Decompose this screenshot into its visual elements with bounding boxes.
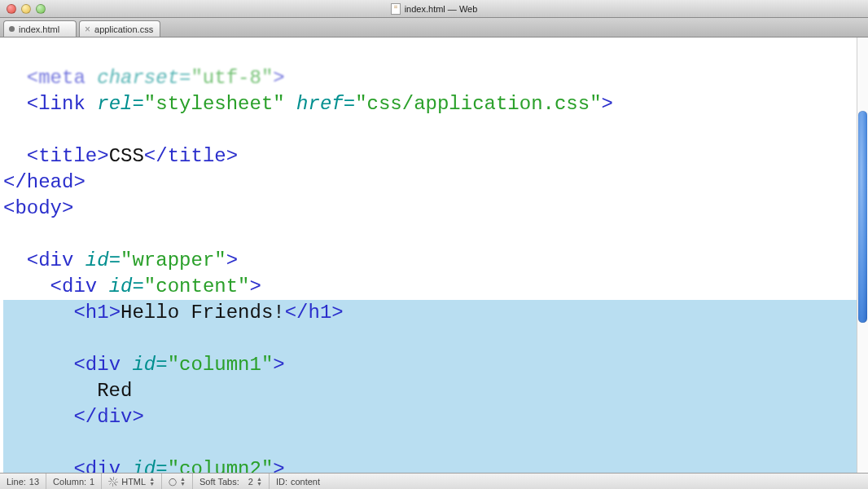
zoom-window-button[interactable]: [36, 4, 46, 14]
close-tab-icon[interactable]: ×: [85, 24, 90, 34]
window-controls: [7, 4, 46, 14]
close-window-button[interactable]: [7, 4, 16, 14]
syntax-label: HTML: [121, 477, 146, 487]
status-bar: Line: 13 Column: 1 HTML ▲▼ ◯ ▲▼ Soft Tab…: [0, 473, 868, 489]
id-label: ID:: [276, 477, 287, 487]
tab-label: application.css: [94, 24, 153, 34]
status-cursor-column: Column: 1: [46, 474, 102, 489]
minimize-window-button[interactable]: [21, 4, 31, 14]
window-titlebar: index.html — Web: [0, 0, 868, 18]
tab-bar: index.html × application.css: [0, 18, 868, 37]
status-record-macro[interactable]: ◯ ▲▼: [162, 474, 193, 489]
gear-icon: [108, 477, 118, 487]
status-syntax-select[interactable]: HTML ▲▼: [102, 474, 162, 489]
line-label: Line:: [7, 477, 26, 487]
modified-dot-icon: [9, 26, 15, 32]
code-editor[interactable]: <meta charset="utf-8"> <link rel="styles…: [0, 37, 857, 473]
window-title-text: index.html — Web: [405, 4, 478, 14]
line-value: 13: [29, 477, 39, 487]
tab-application-css[interactable]: × application.css: [79, 20, 160, 37]
status-scope: ID: content: [270, 474, 327, 489]
column-label: Column:: [53, 477, 86, 487]
softtabs-value: 2: [248, 477, 253, 487]
softtabs-label: Soft Tabs:: [199, 477, 239, 487]
tab-index-html[interactable]: index.html: [3, 20, 77, 37]
vertical-scrollbar[interactable]: [857, 37, 868, 473]
tab-label: index.html: [19, 24, 59, 34]
scrollbar-thumb[interactable]: [858, 111, 867, 323]
dropdown-stepper-icon: ▲▼: [149, 477, 155, 487]
column-value: 1: [90, 477, 94, 487]
editor-area: <meta charset="utf-8"> <link rel="styles…: [0, 37, 868, 473]
id-value: content: [291, 477, 320, 487]
dropdown-stepper-icon: ▲▼: [180, 477, 186, 487]
dropdown-stepper-icon: ▲▼: [256, 477, 262, 487]
status-softtabs-select[interactable]: Soft Tabs: 2 ▲▼: [193, 474, 270, 489]
status-cursor-line: Line: 13: [0, 474, 46, 489]
document-icon: [391, 3, 401, 15]
window-title: index.html — Web: [0, 3, 868, 15]
